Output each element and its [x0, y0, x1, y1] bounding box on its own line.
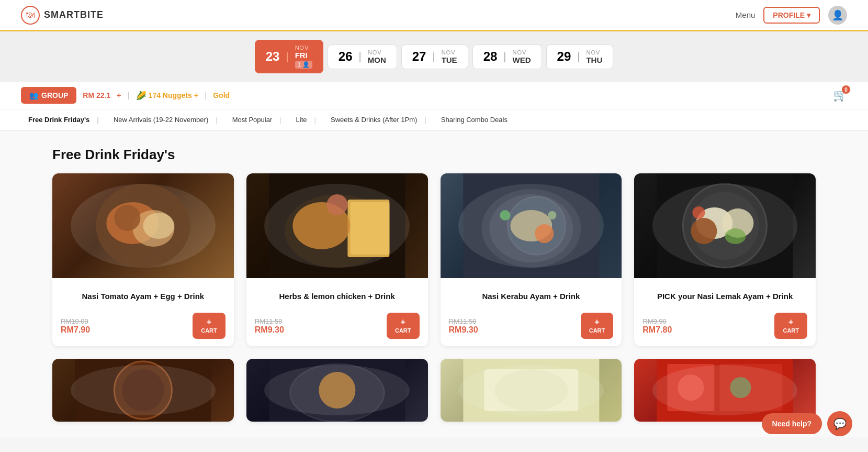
- day-name-mon: MON: [368, 56, 386, 64]
- rm-plus: +: [117, 91, 121, 100]
- date-item-thu[interactable]: 29 | NOV THU: [546, 45, 614, 69]
- product-image-1: [52, 173, 234, 278]
- date-num-wed: 28: [483, 49, 498, 64]
- svg-point-35: [494, 369, 568, 411]
- product-card-7[interactable]: [441, 359, 622, 422]
- svg-rect-37: [668, 364, 715, 411]
- date-month-mon: NOV: [368, 49, 386, 56]
- tab-sharing-combo[interactable]: Sharing Combo Deals: [434, 116, 515, 124]
- sale-price-1: RM7.90: [61, 325, 90, 335]
- product-card-2: Herbs & lemon chicken + Drink RM11.50 RM…: [246, 173, 428, 346]
- svg-point-39: [678, 374, 704, 401]
- svg-point-0: [96, 184, 190, 268]
- gold-label: Gold: [213, 91, 230, 100]
- svg-rect-33: [463, 359, 599, 422]
- product-image-2: [246, 173, 428, 278]
- nuggets-area: 🌽 174 Nuggets +: [136, 91, 198, 101]
- product-info-3: Nasi Kerabu Ayam + Drink RM11.50 RM9.30 …: [441, 278, 622, 346]
- svg-point-32: [319, 372, 355, 409]
- price-area-1: RM10.00 RM7.90: [61, 317, 90, 335]
- product-footer-1: RM10.00 RM7.90 + CART: [61, 313, 226, 339]
- food-visual-5: [52, 359, 234, 422]
- cart-label-2: CART: [395, 327, 411, 334]
- plus-icon-4: +: [788, 318, 793, 326]
- svg-rect-38: [720, 364, 783, 411]
- food-visual-2: [246, 173, 428, 278]
- svg-rect-11: [463, 173, 599, 278]
- group-button[interactable]: 👥 GROUP: [21, 87, 76, 104]
- date-num-mon: 26: [339, 49, 353, 64]
- date-item-fri[interactable]: 23 | NOV FRI 1 👤: [255, 40, 323, 73]
- date-num-tue: 27: [412, 49, 426, 64]
- plus-icon-1: +: [207, 318, 211, 326]
- svg-point-1: [106, 202, 159, 244]
- group-label: GROUP: [41, 91, 68, 100]
- nav-tabs: Free Drink Friday's New Arrivals (19-22 …: [0, 109, 868, 131]
- original-price-3: RM11.50: [449, 317, 478, 325]
- product-info-1: Nasi Tomato Ayam + Egg + Drink RM10.00 R…: [52, 278, 234, 346]
- date-item-wed[interactable]: 28 | NOV WED: [472, 45, 542, 69]
- svg-point-23: [723, 208, 754, 238]
- chat-button[interactable]: 💬: [827, 411, 852, 436]
- product-image-5: [52, 359, 234, 422]
- chevron-down-icon: ▾: [807, 11, 810, 19]
- food-visual-7: [441, 359, 622, 422]
- food-visual-1: [52, 173, 234, 278]
- product-grid-row2: [52, 359, 816, 422]
- logo-text: SMARTBITE: [44, 9, 104, 20]
- svg-point-12: [481, 189, 581, 268]
- chat-icon: 💬: [833, 417, 847, 430]
- add-cart-button-4[interactable]: + CART: [774, 313, 807, 339]
- tab-free-drink-fridays[interactable]: Free Drink Friday's: [21, 116, 106, 124]
- product-name-4: PICK your Nasi Lemak Ayam + Drink: [642, 285, 807, 306]
- section-title: Free Drink Friday's: [52, 147, 816, 163]
- tab-new-arrivals[interactable]: New Arrivals (19-22 November): [106, 116, 225, 124]
- product-info-4: PICK your Nasi Lemak Ayam + Drink RM9.90…: [634, 278, 816, 346]
- add-cart-button-1[interactable]: + CART: [193, 313, 226, 339]
- day-name-wed: WED: [513, 56, 531, 64]
- svg-point-28: [114, 361, 172, 419]
- svg-point-24: [691, 218, 717, 244]
- date-month-thu: NOV: [586, 49, 602, 56]
- svg-point-21: [691, 192, 759, 260]
- tab-sweets-drinks[interactable]: Sweets & Drinks (After 1Pm): [323, 116, 434, 124]
- help-area: Need help? 💬: [762, 411, 852, 436]
- svg-point-6: [285, 194, 389, 268]
- avatar[interactable]: 👤: [828, 6, 847, 25]
- profile-button[interactable]: PROFILE ▾: [763, 7, 820, 24]
- product-card-5[interactable]: [52, 359, 234, 422]
- svg-point-3: [114, 205, 140, 231]
- svg-point-29: [122, 369, 164, 411]
- date-item-tue[interactable]: 27 | NOV TUE: [401, 45, 468, 69]
- cart-label-4: CART: [783, 327, 799, 334]
- svg-point-26: [693, 206, 705, 219]
- svg-point-25: [725, 228, 746, 244]
- sale-price-3: RM9.30: [449, 325, 478, 335]
- svg-point-16: [535, 224, 554, 243]
- svg-point-4: [143, 213, 174, 239]
- need-help-button[interactable]: Need help?: [762, 413, 822, 434]
- menu-link[interactable]: Menu: [736, 10, 756, 19]
- add-cart-button-3[interactable]: + CART: [581, 313, 614, 339]
- separator-1: |: [127, 91, 129, 100]
- product-image-6: [246, 359, 428, 422]
- original-price-2: RM11.50: [255, 317, 284, 325]
- tab-lite[interactable]: Lite: [289, 116, 323, 124]
- product-footer-4: RM9.90 RM7.80 + CART: [642, 313, 807, 339]
- food-visual-3: [441, 173, 622, 278]
- date-month-fri: NOV: [295, 45, 312, 51]
- product-card-6[interactable]: [246, 359, 428, 422]
- cart-button[interactable]: 🛒 0: [833, 89, 847, 102]
- header: 🍽 SMARTBITE Menu PROFILE ▾ 👤: [0, 0, 868, 31]
- person-badge: 1 👤: [295, 61, 312, 69]
- svg-point-15: [510, 210, 552, 241]
- add-cart-button-2[interactable]: + CART: [387, 313, 420, 339]
- product-card-1: Nasi Tomato Ayam + Egg + Drink RM10.00 R…: [52, 173, 234, 346]
- product-image-7: [441, 359, 622, 422]
- tab-most-popular[interactable]: Most Popular: [225, 116, 289, 124]
- price-area-4: RM9.90 RM7.80: [642, 317, 672, 335]
- date-item-mon[interactable]: 26 | NOV MON: [328, 45, 397, 69]
- date-month-tue: NOV: [442, 49, 457, 56]
- price-area-3: RM11.50 RM9.30: [449, 317, 478, 335]
- svg-point-40: [730, 377, 751, 398]
